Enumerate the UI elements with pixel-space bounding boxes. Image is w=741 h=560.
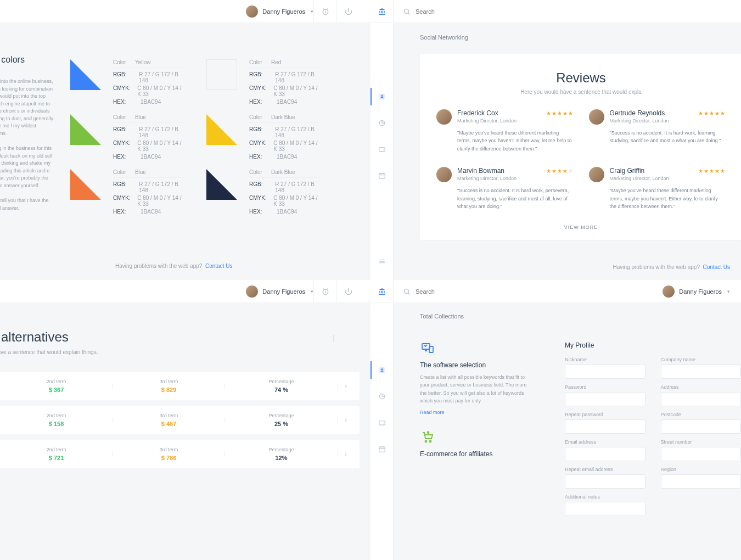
star-rating: ★★★★★ bbox=[698, 168, 726, 174]
search-input[interactable] bbox=[402, 287, 491, 296]
color-row: ColorYellow RGB:R 27 / G 172 / B 148 CMY… bbox=[70, 59, 186, 107]
text-input[interactable] bbox=[565, 365, 645, 379]
review-item: ★★★★★ Marvin Bowman Marketing Director, … bbox=[436, 167, 574, 210]
rail-calendar-icon[interactable] bbox=[370, 436, 394, 462]
svg-rect-13 bbox=[379, 447, 385, 452]
footer-contact: Having problems with the web app? Contac… bbox=[613, 264, 730, 270]
chevron-right-icon[interactable]: › bbox=[338, 450, 354, 458]
star-rating: ★★★★★ bbox=[546, 110, 574, 116]
color-row: ColorRed RGB:R 27 / G 172 / B 148 CMYK:C… bbox=[206, 59, 322, 107]
table-row[interactable]: 2nd term$ 721 3rd term$ 786 Percentage12… bbox=[0, 440, 360, 468]
topbar: Danny Figueros ▾ bbox=[370, 280, 741, 303]
bank-icon[interactable] bbox=[378, 7, 386, 16]
alarm-icon[interactable] bbox=[313, 280, 336, 303]
username: Danny Figueros bbox=[262, 8, 305, 15]
feature-title: E-commerce for affiliates bbox=[420, 450, 530, 458]
alarm-icon[interactable] bbox=[313, 0, 336, 23]
chevron-right-icon[interactable]: › bbox=[338, 382, 354, 390]
table-row[interactable]: 2nd term$ 367 3rd term$ 829 Percentage74… bbox=[0, 372, 360, 400]
reviewer-role: Marketing Director, London bbox=[610, 118, 726, 124]
field-label: Region bbox=[661, 467, 742, 472]
field-label: Address bbox=[661, 384, 742, 390]
contact-link[interactable]: Contact Us bbox=[703, 264, 730, 270]
text-input[interactable] bbox=[565, 419, 645, 434]
color-grid: ColorYellow RGB:R 27 / G 172 / B 148 CMY… bbox=[70, 59, 322, 216]
left-rail bbox=[370, 23, 394, 280]
form-field: Postcode bbox=[661, 412, 742, 434]
text-input[interactable] bbox=[565, 392, 645, 406]
color-swatch bbox=[70, 59, 101, 90]
form-field: Address bbox=[661, 384, 742, 406]
text-input[interactable] bbox=[661, 447, 742, 461]
review-item: ★★★★★ Frederick Cox Marketing Director, … bbox=[436, 109, 574, 153]
reviews-card: Reviews Here you would have a sentence t… bbox=[420, 54, 741, 240]
feature-desc: Create a list with all possible keywords… bbox=[420, 373, 530, 405]
svg-point-16 bbox=[425, 440, 427, 442]
color-swatch bbox=[206, 114, 237, 145]
form-field: Additional notes bbox=[565, 494, 645, 516]
topbar: Danny Figueros ▾ bbox=[0, 0, 370, 23]
search-icon bbox=[402, 7, 411, 16]
form-field: Email address bbox=[565, 439, 645, 461]
text-input[interactable] bbox=[661, 365, 742, 379]
user-menu[interactable]: Danny Figueros ▾ bbox=[663, 285, 730, 298]
color-meta: ColorDark Blue RGB:R 27 / G 172 / B 148 … bbox=[249, 169, 322, 216]
alternatives-list: 2nd term$ 367 3rd term$ 829 Percentage74… bbox=[0, 372, 360, 468]
form-field: Repeat email address bbox=[565, 467, 645, 489]
rail-chart-icon[interactable] bbox=[370, 383, 394, 410]
feature-title: The software selection bbox=[420, 361, 530, 369]
reviewer-role: Marketing Director, London bbox=[610, 176, 726, 181]
table-row[interactable]: 2nd term$ 158 3rd term$ 487 Percentage25… bbox=[0, 406, 360, 434]
rail-contacts-icon[interactable] bbox=[370, 357, 394, 383]
avatar bbox=[246, 5, 258, 18]
color-swatch bbox=[70, 114, 101, 145]
rail-menu-icon[interactable] bbox=[370, 248, 394, 275]
bank-icon[interactable] bbox=[378, 287, 386, 296]
search-input[interactable] bbox=[402, 7, 491, 16]
color-row: ColorDark Blue RGB:R 27 / G 172 / B 148 … bbox=[206, 169, 322, 216]
field-label: Repeat email address bbox=[565, 467, 645, 472]
left-rail bbox=[370, 303, 394, 560]
contact-link[interactable]: Contact Us bbox=[205, 263, 232, 269]
view-more-button[interactable]: VIEW MORE bbox=[436, 225, 726, 230]
form-field: Company name bbox=[661, 357, 742, 379]
breadcrumb: Social Networking bbox=[420, 34, 741, 41]
username: Danny Figueros bbox=[679, 288, 722, 295]
user-menu[interactable]: Danny Figueros ▾ bbox=[246, 285, 313, 298]
text-input[interactable] bbox=[565, 447, 645, 461]
read-more-link[interactable]: Read more bbox=[420, 410, 530, 415]
search-icon bbox=[402, 287, 411, 296]
form-title: My Profile bbox=[565, 341, 741, 349]
form-field: Password bbox=[565, 384, 645, 406]
rail-chart-icon[interactable] bbox=[370, 110, 394, 136]
review-quote: "Success is no accident. It is hard work… bbox=[457, 187, 574, 210]
chevron-right-icon[interactable]: › bbox=[338, 416, 354, 424]
field-label: Company name bbox=[661, 357, 742, 362]
form-field: Repeat password bbox=[565, 412, 645, 434]
topbar bbox=[370, 0, 741, 23]
rail-contacts-icon[interactable] bbox=[370, 83, 394, 110]
power-icon[interactable] bbox=[336, 280, 360, 303]
svg-point-8 bbox=[404, 289, 408, 293]
field-label: Postcode bbox=[661, 412, 742, 417]
rail-wallet-icon[interactable] bbox=[370, 136, 394, 163]
svg-point-3 bbox=[381, 95, 383, 97]
power-icon[interactable] bbox=[336, 0, 360, 23]
more-icon[interactable]: ⋮ bbox=[330, 334, 338, 343]
devices-icon bbox=[420, 341, 435, 355]
text-input[interactable] bbox=[565, 474, 645, 489]
feature-item: The software selection Create a list wit… bbox=[420, 341, 530, 415]
reviewer-role: Marketing Director, London bbox=[457, 118, 574, 124]
svg-point-1 bbox=[404, 9, 408, 13]
color-swatch bbox=[206, 169, 237, 200]
rail-calendar-icon[interactable] bbox=[370, 163, 394, 189]
text-input[interactable] bbox=[661, 392, 742, 406]
text-input[interactable] bbox=[565, 502, 645, 516]
rail-wallet-icon[interactable] bbox=[370, 410, 394, 436]
text-input[interactable] bbox=[661, 419, 742, 434]
field-label: Street number bbox=[661, 439, 742, 445]
color-row: ColorDark Blue RGB:R 27 / G 172 / B 148 … bbox=[206, 114, 322, 161]
field-label: Email address bbox=[565, 439, 645, 445]
text-input[interactable] bbox=[661, 474, 742, 489]
user-menu[interactable]: Danny Figueros ▾ bbox=[246, 5, 313, 18]
